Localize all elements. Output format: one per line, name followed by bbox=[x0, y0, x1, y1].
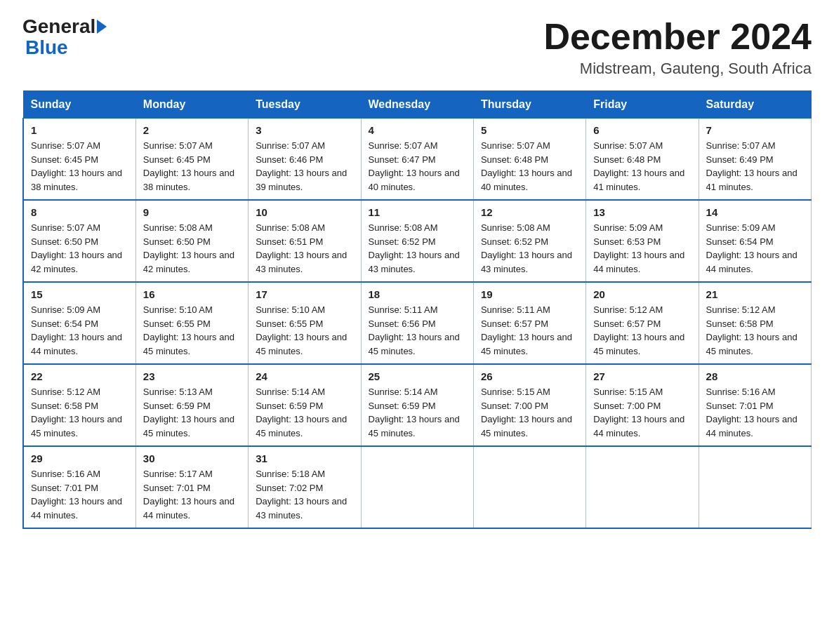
header-tuesday: Tuesday bbox=[249, 91, 361, 119]
day-number: 21 bbox=[706, 288, 804, 300]
day-number: 19 bbox=[481, 288, 578, 300]
day-info: Sunrise: 5:14 AM Sunset: 6:59 PM Dayligh… bbox=[256, 385, 353, 440]
day-info: Sunrise: 5:08 AM Sunset: 6:52 PM Dayligh… bbox=[481, 221, 578, 276]
day-number: 26 bbox=[481, 370, 578, 382]
day-cell-30: 30 Sunrise: 5:17 AM Sunset: 7:01 PM Dayl… bbox=[135, 446, 248, 528]
day-cell-31: 31 Sunrise: 5:18 AM Sunset: 7:02 PM Dayl… bbox=[249, 446, 361, 528]
empty-cell bbox=[473, 446, 585, 528]
day-info: Sunrise: 5:16 AM Sunset: 7:01 PM Dayligh… bbox=[706, 385, 804, 440]
day-number: 23 bbox=[143, 370, 241, 382]
day-cell-25: 25 Sunrise: 5:14 AM Sunset: 6:59 PM Dayl… bbox=[361, 364, 473, 446]
day-info: Sunrise: 5:08 AM Sunset: 6:52 PM Dayligh… bbox=[369, 221, 466, 276]
day-cell-6: 6 Sunrise: 5:07 AM Sunset: 6:48 PM Dayli… bbox=[586, 119, 699, 201]
header-thursday: Thursday bbox=[473, 91, 585, 119]
title-block: December 2024 Midstream, Gauteng, South … bbox=[543, 17, 812, 78]
day-info: Sunrise: 5:14 AM Sunset: 6:59 PM Dayligh… bbox=[369, 385, 466, 440]
day-info: Sunrise: 5:10 AM Sunset: 6:55 PM Dayligh… bbox=[256, 303, 353, 358]
day-cell-26: 26 Sunrise: 5:15 AM Sunset: 7:00 PM Dayl… bbox=[473, 364, 585, 446]
day-number: 2 bbox=[143, 124, 241, 136]
day-info: Sunrise: 5:11 AM Sunset: 6:56 PM Dayligh… bbox=[369, 303, 466, 358]
day-number: 14 bbox=[706, 206, 804, 218]
day-cell-29: 29 Sunrise: 5:16 AM Sunset: 7:01 PM Dayl… bbox=[23, 446, 135, 528]
day-number: 1 bbox=[31, 124, 128, 136]
day-number: 28 bbox=[706, 370, 804, 382]
day-info: Sunrise: 5:07 AM Sunset: 6:49 PM Dayligh… bbox=[706, 139, 804, 194]
day-cell-15: 15 Sunrise: 5:09 AM Sunset: 6:54 PM Dayl… bbox=[23, 282, 135, 364]
day-info: Sunrise: 5:10 AM Sunset: 6:55 PM Dayligh… bbox=[143, 303, 241, 358]
day-info: Sunrise: 5:07 AM Sunset: 6:45 PM Dayligh… bbox=[31, 139, 128, 194]
day-number: 11 bbox=[369, 206, 466, 218]
day-number: 27 bbox=[593, 370, 691, 382]
day-number: 5 bbox=[481, 124, 578, 136]
day-number: 22 bbox=[31, 370, 128, 382]
day-cell-21: 21 Sunrise: 5:12 AM Sunset: 6:58 PM Dayl… bbox=[699, 282, 811, 364]
header-wednesday: Wednesday bbox=[361, 91, 473, 119]
day-cell-22: 22 Sunrise: 5:12 AM Sunset: 6:58 PM Dayl… bbox=[23, 364, 135, 446]
day-number: 31 bbox=[256, 452, 353, 464]
day-info: Sunrise: 5:16 AM Sunset: 7:01 PM Dayligh… bbox=[31, 467, 128, 522]
day-cell-19: 19 Sunrise: 5:11 AM Sunset: 6:57 PM Dayl… bbox=[473, 282, 585, 364]
day-info: Sunrise: 5:18 AM Sunset: 7:02 PM Dayligh… bbox=[256, 467, 353, 522]
header-friday: Friday bbox=[586, 91, 699, 119]
day-cell-17: 17 Sunrise: 5:10 AM Sunset: 6:55 PM Dayl… bbox=[249, 282, 361, 364]
week-row-5: 29 Sunrise: 5:16 AM Sunset: 7:01 PM Dayl… bbox=[23, 446, 812, 528]
day-cell-20: 20 Sunrise: 5:12 AM Sunset: 6:57 PM Dayl… bbox=[586, 282, 699, 364]
header-monday: Monday bbox=[135, 91, 248, 119]
day-number: 17 bbox=[256, 288, 353, 300]
empty-cell bbox=[699, 446, 811, 528]
week-row-1: 1 Sunrise: 5:07 AM Sunset: 6:45 PM Dayli… bbox=[23, 119, 812, 201]
day-cell-16: 16 Sunrise: 5:10 AM Sunset: 6:55 PM Dayl… bbox=[135, 282, 248, 364]
empty-cell bbox=[586, 446, 699, 528]
day-number: 8 bbox=[31, 206, 128, 218]
day-number: 18 bbox=[369, 288, 466, 300]
page-header: General Blue December 2024 Midstream, Ga… bbox=[22, 17, 812, 78]
header-sunday: Sunday bbox=[23, 91, 135, 119]
day-info: Sunrise: 5:09 AM Sunset: 6:54 PM Dayligh… bbox=[31, 303, 128, 358]
day-info: Sunrise: 5:07 AM Sunset: 6:48 PM Dayligh… bbox=[481, 139, 578, 194]
day-info: Sunrise: 5:07 AM Sunset: 6:45 PM Dayligh… bbox=[143, 139, 241, 194]
day-info: Sunrise: 5:07 AM Sunset: 6:47 PM Dayligh… bbox=[369, 139, 466, 194]
week-row-3: 15 Sunrise: 5:09 AM Sunset: 6:54 PM Dayl… bbox=[23, 282, 812, 364]
day-info: Sunrise: 5:15 AM Sunset: 7:00 PM Dayligh… bbox=[593, 385, 691, 440]
day-cell-9: 9 Sunrise: 5:08 AM Sunset: 6:50 PM Dayli… bbox=[135, 200, 248, 282]
day-info: Sunrise: 5:09 AM Sunset: 6:53 PM Dayligh… bbox=[593, 221, 691, 276]
logo-arrow-icon bbox=[97, 20, 107, 34]
day-number: 29 bbox=[31, 452, 128, 464]
day-cell-5: 5 Sunrise: 5:07 AM Sunset: 6:48 PM Dayli… bbox=[473, 119, 585, 201]
day-cell-27: 27 Sunrise: 5:15 AM Sunset: 7:00 PM Dayl… bbox=[586, 364, 699, 446]
day-cell-12: 12 Sunrise: 5:08 AM Sunset: 6:52 PM Dayl… bbox=[473, 200, 585, 282]
calendar-title: December 2024 bbox=[543, 17, 812, 57]
day-cell-1: 1 Sunrise: 5:07 AM Sunset: 6:45 PM Dayli… bbox=[23, 119, 135, 201]
week-row-4: 22 Sunrise: 5:12 AM Sunset: 6:58 PM Dayl… bbox=[23, 364, 812, 446]
day-cell-10: 10 Sunrise: 5:08 AM Sunset: 6:51 PM Dayl… bbox=[249, 200, 361, 282]
day-info: Sunrise: 5:11 AM Sunset: 6:57 PM Dayligh… bbox=[481, 303, 578, 358]
day-number: 16 bbox=[143, 288, 241, 300]
day-number: 10 bbox=[256, 206, 353, 218]
day-info: Sunrise: 5:15 AM Sunset: 7:00 PM Dayligh… bbox=[481, 385, 578, 440]
day-cell-13: 13 Sunrise: 5:09 AM Sunset: 6:53 PM Dayl… bbox=[586, 200, 699, 282]
day-info: Sunrise: 5:13 AM Sunset: 6:59 PM Dayligh… bbox=[143, 385, 241, 440]
day-number: 15 bbox=[31, 288, 128, 300]
day-info: Sunrise: 5:08 AM Sunset: 6:51 PM Dayligh… bbox=[256, 221, 353, 276]
day-cell-7: 7 Sunrise: 5:07 AM Sunset: 6:49 PM Dayli… bbox=[699, 119, 811, 201]
logo-general-text: General bbox=[22, 17, 95, 36]
calendar-subtitle: Midstream, Gauteng, South Africa bbox=[543, 60, 812, 78]
day-cell-24: 24 Sunrise: 5:14 AM Sunset: 6:59 PM Dayl… bbox=[249, 364, 361, 446]
day-number: 25 bbox=[369, 370, 466, 382]
day-number: 13 bbox=[593, 206, 691, 218]
header-row: SundayMondayTuesdayWednesdayThursdayFrid… bbox=[23, 91, 812, 119]
day-number: 20 bbox=[593, 288, 691, 300]
day-info: Sunrise: 5:08 AM Sunset: 6:50 PM Dayligh… bbox=[143, 221, 241, 276]
day-info: Sunrise: 5:07 AM Sunset: 6:46 PM Dayligh… bbox=[256, 139, 353, 194]
day-cell-8: 8 Sunrise: 5:07 AM Sunset: 6:50 PM Dayli… bbox=[23, 200, 135, 282]
calendar-table: SundayMondayTuesdayWednesdayThursdayFrid… bbox=[22, 90, 812, 529]
day-info: Sunrise: 5:07 AM Sunset: 6:50 PM Dayligh… bbox=[31, 221, 128, 276]
day-cell-14: 14 Sunrise: 5:09 AM Sunset: 6:54 PM Dayl… bbox=[699, 200, 811, 282]
day-cell-2: 2 Sunrise: 5:07 AM Sunset: 6:45 PM Dayli… bbox=[135, 119, 248, 201]
day-number: 12 bbox=[481, 206, 578, 218]
day-number: 4 bbox=[369, 124, 466, 136]
day-cell-23: 23 Sunrise: 5:13 AM Sunset: 6:59 PM Dayl… bbox=[135, 364, 248, 446]
day-cell-3: 3 Sunrise: 5:07 AM Sunset: 6:46 PM Dayli… bbox=[249, 119, 361, 201]
day-info: Sunrise: 5:12 AM Sunset: 6:58 PM Dayligh… bbox=[706, 303, 804, 358]
day-number: 3 bbox=[256, 124, 353, 136]
